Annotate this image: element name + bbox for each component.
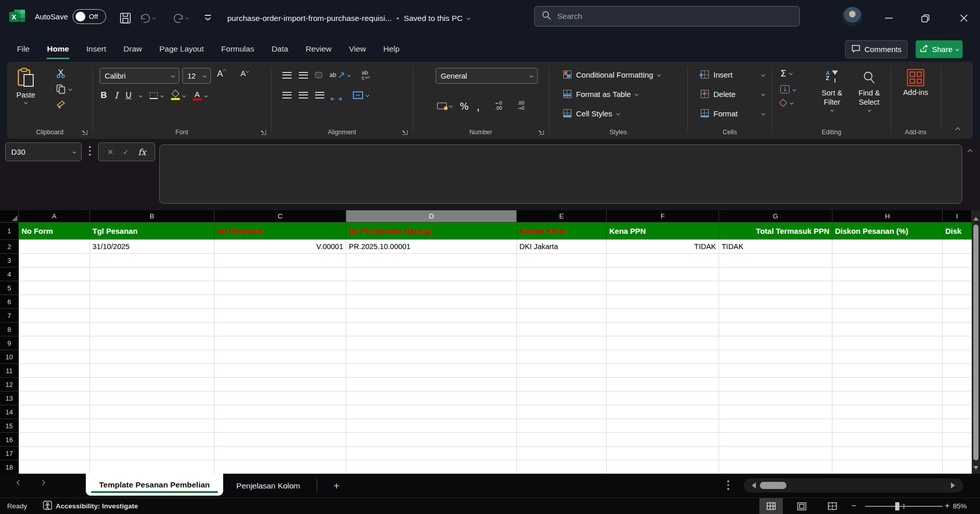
cell-F11[interactable] (607, 364, 719, 378)
ribbon-tab-file[interactable]: File (10, 36, 36, 62)
scroll-down-icon[interactable] (973, 466, 978, 472)
column-header-F[interactable]: F (607, 210, 719, 223)
paste-dropdown-icon[interactable] (24, 101, 28, 104)
cell-H1[interactable]: Diskon Pesanan (%) (832, 223, 943, 240)
row-header-15[interactable]: 15 (0, 419, 19, 433)
cell-I13[interactable] (943, 391, 972, 405)
row-header-3[interactable]: 3 (0, 254, 19, 267)
row-header-12[interactable]: 12 (0, 378, 19, 391)
cell-E13[interactable] (517, 391, 607, 405)
cell-C16[interactable] (214, 433, 346, 447)
cell-B14[interactable] (90, 405, 214, 419)
cell-E12[interactable] (517, 378, 607, 391)
cell-A9[interactable] (19, 336, 90, 350)
column-header-H[interactable]: H (832, 210, 943, 223)
cell-B3[interactable] (90, 254, 214, 267)
cell-C10[interactable] (214, 350, 346, 364)
cell-styles-button[interactable]: Cell Styles (563, 107, 660, 120)
autosum-button[interactable]: Σ (780, 68, 796, 79)
cell-F9[interactable] (607, 336, 719, 350)
orientation-button[interactable]: ab (329, 71, 350, 79)
ribbon-tab-formulas[interactable]: Formulas (214, 36, 261, 62)
cell-F10[interactable] (607, 350, 719, 364)
cell-G10[interactable] (719, 350, 832, 364)
cell-H15[interactable] (832, 419, 943, 433)
number-format-select[interactable]: General (436, 68, 538, 84)
column-header-C[interactable]: C (214, 210, 346, 223)
cell-H9[interactable] (832, 336, 943, 350)
close-button[interactable] (948, 0, 980, 36)
cell-F16[interactable] (607, 433, 719, 447)
cut-icon[interactable] (56, 69, 66, 78)
sheet-tab-options-icon[interactable] (727, 480, 729, 490)
cell-H5[interactable] (832, 281, 943, 295)
cell-H7[interactable] (832, 309, 943, 323)
underline-button[interactable]: U (126, 91, 132, 100)
increase-font-size-button[interactable]: A (217, 69, 226, 79)
paste-button[interactable]: Paste (16, 68, 35, 104)
cell-C15[interactable] (214, 419, 346, 433)
row-header-4[interactable]: 4 (0, 267, 19, 281)
cell-H17[interactable] (832, 447, 943, 460)
cell-F17[interactable] (607, 447, 719, 460)
row-header-8[interactable]: 8 (0, 323, 19, 336)
cell-D2[interactable]: PR.2025.10.00001 (346, 240, 517, 254)
comments-button[interactable]: Comments (845, 40, 907, 58)
decrease-decimal-button[interactable]: .00→0 (510, 91, 524, 120)
scroll-up-icon[interactable] (973, 214, 978, 221)
cell-I16[interactable] (943, 433, 972, 447)
underline-dropdown-icon[interactable] (139, 93, 142, 97)
clipboard-dialog-launcher-icon[interactable] (83, 130, 87, 135)
cell-D15[interactable] (346, 419, 517, 433)
align-center-icon[interactable] (299, 92, 308, 99)
cell-H4[interactable] (832, 267, 943, 281)
share-button[interactable]: Share (916, 40, 963, 58)
cell-G3[interactable] (719, 254, 832, 267)
cell-B1[interactable]: Tgl Pesanan (90, 223, 214, 240)
find-select-button[interactable]: Find & Select (853, 69, 886, 111)
font-dialog-launcher-icon[interactable] (261, 130, 266, 135)
cell-B7[interactable] (90, 309, 214, 323)
cell-I4[interactable] (943, 267, 972, 281)
copy-dropdown-icon[interactable] (68, 87, 72, 91)
cell-F12[interactable] (607, 378, 719, 391)
cell-A18[interactable] (19, 460, 90, 474)
cell-A17[interactable] (19, 447, 90, 460)
cell-C9[interactable] (214, 336, 346, 350)
merge-center-button[interactable]: ↔ (353, 91, 369, 99)
cell-I12[interactable] (943, 378, 972, 391)
cell-H12[interactable] (832, 378, 943, 391)
cell-D16[interactable] (346, 433, 517, 447)
cell-I1[interactable]: Disk (943, 223, 972, 240)
cell-A6[interactable] (19, 295, 90, 309)
cell-F18[interactable] (607, 460, 719, 474)
row-header-18[interactable]: 18 (0, 460, 19, 474)
column-header-G[interactable]: G (719, 210, 832, 223)
formula-input[interactable] (159, 144, 962, 204)
cell-I6[interactable] (943, 295, 972, 309)
insert-function-icon[interactable]: fx (138, 147, 146, 157)
sheet-tab-template-pesanan-pembelian[interactable]: Template Pesanan Pembelian (86, 474, 223, 496)
cell-C12[interactable] (214, 378, 346, 391)
cell-A16[interactable] (19, 433, 90, 447)
ribbon-tab-help[interactable]: Help (377, 36, 407, 62)
cell-G14[interactable] (719, 405, 832, 419)
cell-G16[interactable] (719, 433, 832, 447)
conditional-formatting-button[interactable]: Conditional Formatting (563, 68, 660, 81)
cell-C1[interactable]: No Pemasok (214, 223, 346, 240)
cell-C18[interactable] (214, 460, 346, 474)
column-header-A[interactable]: A (19, 210, 90, 223)
quick-access-toolbar-icon[interactable] (199, 9, 217, 27)
enter-icon[interactable]: ✓ (123, 148, 129, 157)
format-painter-icon[interactable] (56, 100, 66, 109)
cell-C13[interactable] (214, 391, 346, 405)
column-header-D[interactable]: D (346, 210, 517, 223)
cell-I17[interactable] (943, 447, 972, 460)
cell-H18[interactable] (832, 460, 943, 474)
column-header-E[interactable]: E (517, 210, 607, 223)
cell-E17[interactable] (517, 447, 607, 460)
cell-H11[interactable] (832, 364, 943, 378)
search-input[interactable]: Search (534, 6, 800, 27)
cell-G1[interactable]: Total Termasuk PPN (719, 223, 832, 240)
cell-E16[interactable] (517, 433, 607, 447)
